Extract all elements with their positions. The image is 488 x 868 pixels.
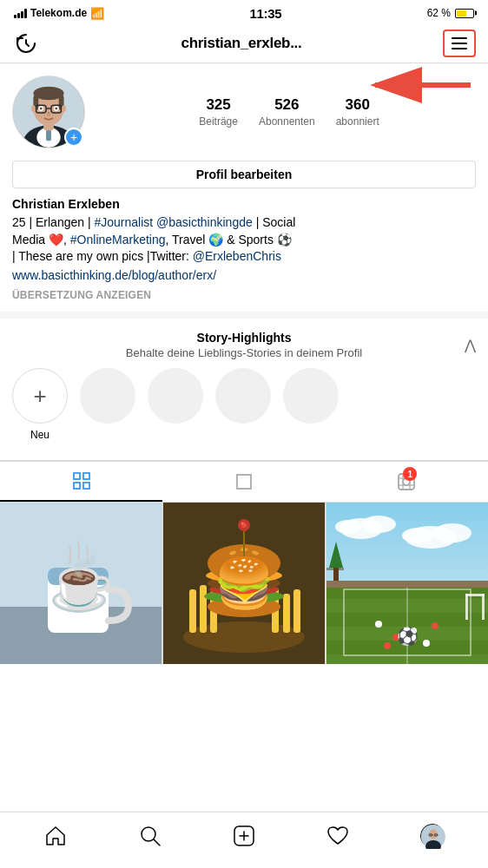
menu-line-1: [452, 37, 467, 39]
home-icon: [44, 825, 67, 847]
highlight-circle-3: [148, 368, 203, 424]
bio-section: Christian Erxleben 25 | Erlangen | #Jour…: [12, 197, 476, 312]
svg-point-39: [81, 599, 83, 602]
nav-search[interactable]: [129, 821, 171, 851]
svg-point-69: [402, 528, 433, 543]
svg-rect-41: [74, 583, 82, 592]
photo-cell-2[interactable]: [163, 503, 325, 664]
svg-rect-26: [237, 475, 251, 489]
svg-point-21: [62, 105, 66, 112]
status-bar: Telekom.de 📶 11:35 62 %: [0, 0, 488, 24]
photo-cell-1[interactable]: [0, 503, 162, 664]
bio-line-3: | These are my own pics |Twitter: @Erxle…: [12, 249, 281, 263]
wifi-icon: 📶: [90, 7, 104, 20]
svg-point-50: [208, 596, 280, 617]
history-button[interactable]: [12, 30, 40, 57]
svg-point-68: [433, 523, 472, 542]
bottom-nav-spacer: [0, 664, 488, 725]
search-icon: [139, 825, 162, 847]
highlight-item-2[interactable]: [80, 368, 135, 441]
svg-point-19: [47, 112, 50, 116]
svg-rect-40: [71, 589, 85, 594]
profile-section: + 325 Beiträge 526 Abonnenten 360 abonni…: [0, 63, 488, 312]
svg-point-37: [68, 592, 89, 613]
highlights-circles: + Neu: [12, 359, 476, 446]
profile-stats: 325 Beiträge 526 Abonnenten 360 abonnier…: [102, 96, 476, 128]
followers-count: 526: [274, 96, 299, 114]
svg-point-38: [74, 599, 76, 602]
svg-point-17: [40, 108, 43, 110]
svg-rect-4: [46, 129, 51, 141]
nav-add[interactable]: [223, 821, 265, 851]
highlight-item-5[interactable]: [283, 368, 339, 441]
following-count: 360: [346, 96, 370, 114]
highlights-section: Story-Highlights Behalte deine Lieblings…: [0, 319, 488, 453]
new-highlight-label: Neu: [30, 429, 49, 441]
profile-top: + 325 Beiträge 526 Abonnenten 360 abonni…: [12, 76, 476, 148]
basicthinking-mention[interactable]: @basicthinkingde: [156, 215, 253, 229]
tagged-badge: 1: [403, 467, 417, 481]
edit-profile-button[interactable]: Profil bearbeiten: [12, 161, 476, 188]
heart-icon: [326, 825, 349, 847]
twitter-mention[interactable]: @ErxlebenChris: [193, 249, 281, 263]
onlinemarketing-hashtag[interactable]: #OnlineMarketing: [70, 233, 166, 247]
svg-rect-25: [83, 483, 89, 489]
svg-rect-86: [465, 594, 485, 596]
bio-website-link[interactable]: www.basicthinking.de/blog/author/erx/: [12, 267, 476, 285]
add-story-button[interactable]: +: [64, 128, 83, 147]
highlight-item-3[interactable]: [148, 368, 203, 441]
svg-point-65: [361, 516, 396, 533]
svg-rect-44: [189, 589, 196, 633]
menu-line-3: [452, 48, 467, 49]
status-time: 11:35: [249, 6, 281, 21]
posts-stat[interactable]: 325 Beiträge: [199, 96, 238, 128]
svg-rect-48: [283, 594, 290, 633]
posts-count: 325: [206, 96, 230, 114]
bottom-nav: [0, 812, 488, 868]
svg-point-52: [209, 583, 279, 595]
nav-profile[interactable]: [412, 821, 453, 851]
battery-icon: [455, 9, 474, 18]
svg-point-80: [392, 634, 399, 641]
followers-label: Abonnenten: [259, 115, 315, 128]
following-stat[interactable]: 360 abonniert: [336, 96, 379, 128]
menu-button[interactable]: [443, 30, 476, 57]
svg-point-66: [335, 520, 361, 534]
nav-home[interactable]: [35, 821, 76, 851]
translate-button[interactable]: ÜBERSETZUNG ANZEIGEN: [12, 289, 476, 301]
nav-activity[interactable]: [317, 821, 359, 851]
posts-label: Beiträge: [199, 115, 238, 128]
svg-rect-36: [48, 568, 109, 585]
grid-tab[interactable]: [0, 462, 162, 502]
photo-cell-3[interactable]: [326, 503, 488, 664]
svg-point-62: [241, 523, 244, 525]
svg-point-84: [423, 640, 430, 647]
svg-rect-22: [74, 473, 80, 479]
bio-text: 25 | Erlangen | #Journalist @basicthinki…: [12, 214, 476, 284]
profile-nav-avatar: [420, 824, 445, 848]
svg-point-83: [384, 642, 391, 649]
svg-line-90: [154, 839, 160, 845]
profile-username: christian_erxleb...: [181, 35, 302, 52]
highlight-item-4[interactable]: [215, 368, 271, 441]
followers-stat[interactable]: 526 Abonnenten: [259, 96, 315, 128]
carrier-label: Telekom.de: [30, 7, 87, 19]
journalist-hashtag[interactable]: #Journalist: [94, 215, 153, 229]
list-tab[interactable]: [162, 462, 325, 502]
svg-point-53: [208, 575, 280, 591]
svg-rect-87: [482, 594, 485, 620]
svg-rect-49: [293, 589, 300, 633]
new-highlight-circle: +: [12, 368, 68, 424]
svg-point-18: [55, 108, 57, 110]
tagged-tab[interactable]: 1: [326, 462, 488, 502]
signal-icon: [14, 8, 27, 18]
svg-point-20: [31, 105, 36, 112]
new-highlight-button[interactable]: + Neu: [12, 368, 68, 441]
svg-rect-35: [48, 568, 109, 633]
highlights-collapse-button[interactable]: ⋀: [465, 337, 476, 353]
plus-icon: +: [33, 385, 46, 407]
status-right: 62 %: [427, 7, 474, 19]
svg-point-81: [410, 628, 417, 635]
menu-line-2: [452, 43, 467, 44]
bio-line-2: Media ❤️, #OnlineMarketing, Travel 🌍 & S…: [12, 233, 292, 247]
